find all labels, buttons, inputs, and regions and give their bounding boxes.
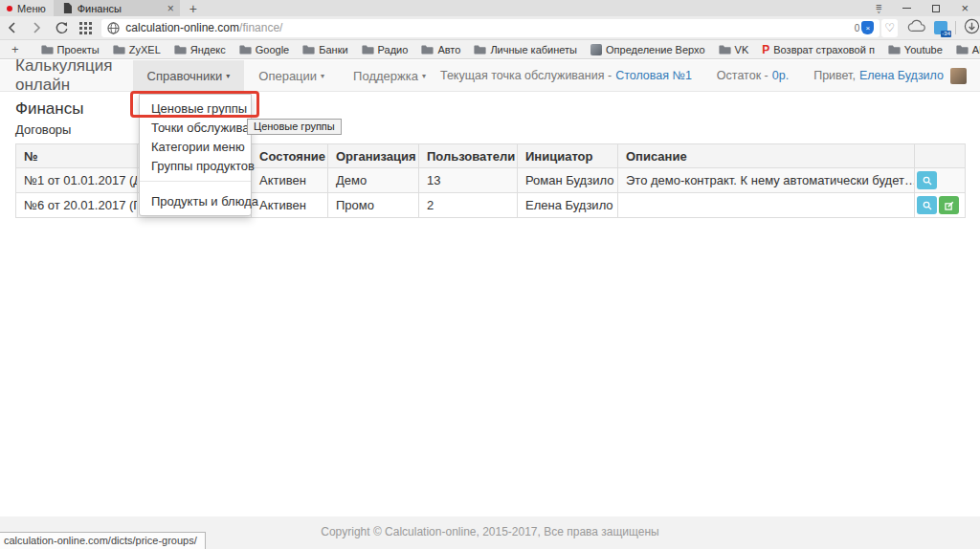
bookmark-item[interactable]: Личные кабинеты [467,44,584,55]
folder-icon [362,45,374,55]
bookmark-item[interactable]: Авто [414,44,467,55]
window-maximize-button[interactable] [932,5,940,12]
bookmark-item[interactable]: Google [233,44,296,55]
search-icon [923,176,932,186]
address-bar[interactable]: calculation-online.com/finance/ 0 × [101,19,880,37]
cell-users: 13 [419,168,518,193]
bookmark-item[interactable]: Проекты [34,44,106,55]
folder-icon [888,45,901,55]
menu-item-service-points[interactable]: Точки обслуживания [140,118,251,137]
page-title: Финансы [15,99,83,119]
user-link[interactable]: Елена Будзило [859,69,944,82]
folder-icon [113,45,125,55]
browser-toolbar: calculation-online.com/finance/ 0 × ♡ -3… [0,16,980,40]
col-description: Описание [618,144,915,168]
window-minimize-button[interactable] [902,8,911,9]
folder-icon [719,45,731,55]
cell-users: 2 [419,193,518,218]
bookmark-item[interactable]: Youtube [881,44,949,55]
service-point: Текущая точка обслуживания - Столовая №1 [440,69,692,82]
adblock-shield-icon[interactable]: × [861,21,874,34]
letter-p-favicon: P [762,43,769,56]
forward-button[interactable] [25,16,50,39]
folder-icon [174,45,187,55]
browser-tab-strip: Меню Финансы × + ≡ ˅ × [0,0,980,16]
bookmark-item[interactable]: Яндекс [167,44,233,55]
url-domain: calculation-online.com [125,21,239,34]
col-state: Состояние [252,144,328,168]
page-icon [63,3,72,13]
back-button[interactable] [0,16,25,39]
col-organization: Организация [328,144,419,168]
browser-tab[interactable]: Финансы × [54,0,180,16]
folder-icon [956,45,969,55]
extension-icon[interactable]: -34 [934,21,947,34]
balance-link[interactable]: 0р. [772,69,789,82]
reload-button[interactable] [49,16,74,39]
folder-icon [302,45,315,55]
view-button[interactable] [917,196,937,214]
bookmark-item[interactable]: Банки [296,44,354,55]
bookmark-item[interactable]: ZyXEL [106,44,167,55]
folder-icon [41,45,54,55]
nav-directories[interactable]: Справочники ▾ [133,60,245,92]
link-tooltip: Ценовые группы [247,119,342,135]
menu-divider [140,181,251,182]
cell-number: №1 от 01.01.2017 (Демо) [16,168,138,193]
new-tab-button[interactable]: + [180,1,207,16]
nav-operations[interactable]: Операции ▾ [244,60,339,92]
bookmark-item[interactable]: Определение Верхо [584,44,712,55]
cell-state: Активен [252,168,328,193]
view-button[interactable] [917,171,937,189]
status-url-bar: calculation-online.com/dicts/price-group… [0,532,206,549]
tab-close-icon[interactable]: × [167,4,174,13]
bookmark-heart-icon[interactable]: ♡ [881,19,898,37]
app-navbar: Калькуляция онлайн Справочники ▾ Операци… [0,60,980,92]
page-content: Калькуляция онлайн Справочники ▾ Операци… [0,59,980,549]
chevron-down-icon: ▾ [422,72,426,80]
download-icon[interactable] [964,18,980,38]
balance: Остаток - 0р. [717,69,789,82]
col-number: № [16,144,138,168]
nav-support[interactable]: Поддержка ▾ [339,60,440,92]
menu-item-products-dishes[interactable]: Продукты и блюда [140,191,251,210]
avatar[interactable] [950,68,967,84]
folder-icon [239,45,252,55]
col-actions [915,144,966,168]
page-subtitle: Договоры [15,122,71,137]
edit-button[interactable] [939,196,959,214]
bookmark-item[interactable]: Радио [355,44,415,55]
cell-initiator: Роман Будзило [518,168,618,193]
add-bookmark-button[interactable]: + [6,42,25,56]
chevron-down-icon: ▾ [226,72,230,80]
blocked-count: 0 [855,23,860,33]
bookmark-item[interactable]: VK [712,44,756,55]
menu-item-product-groups[interactable]: Группы продуктов [140,156,251,175]
window-close-button[interactable]: × [961,3,969,13]
opera-logo-icon [7,6,12,11]
cell-number: №6 от 20.01.2017 (Промо) [16,193,138,218]
search-icon [923,201,932,210]
cell-state: Активен [252,193,328,218]
cell-organization: Промо [328,193,419,218]
toolbar-separator [955,21,956,34]
bookmark-item[interactable]: PВозврат страховой п [755,43,881,56]
edit-icon [945,201,954,210]
greeting: Привет, Елена Будзило [813,68,967,84]
menu-item-menu-categories[interactable]: Категории меню [140,137,251,156]
browser-menu-label: Меню [17,3,46,14]
service-point-link[interactable]: Столовая №1 [615,69,692,82]
sync-cloud-icon[interactable] [907,19,926,36]
cell-description: Это демо-контракт. К нему автоматически … [618,168,915,193]
speed-dial-icon[interactable] [74,16,99,39]
folder-icon [421,45,434,55]
app-brand[interactable]: Калькуляция онлайн [0,56,133,95]
browser-menu-button[interactable]: Меню [0,0,54,16]
bookmark-item[interactable]: Ali [949,44,980,55]
col-users: Пользователи [419,144,518,168]
globe-icon [107,22,120,34]
tab-title: Финансы [78,3,162,14]
tab-menu-icon[interactable]: ≡ ˅ [876,3,881,14]
folder-icon [474,45,486,55]
url-path: /finance/ [239,21,282,34]
